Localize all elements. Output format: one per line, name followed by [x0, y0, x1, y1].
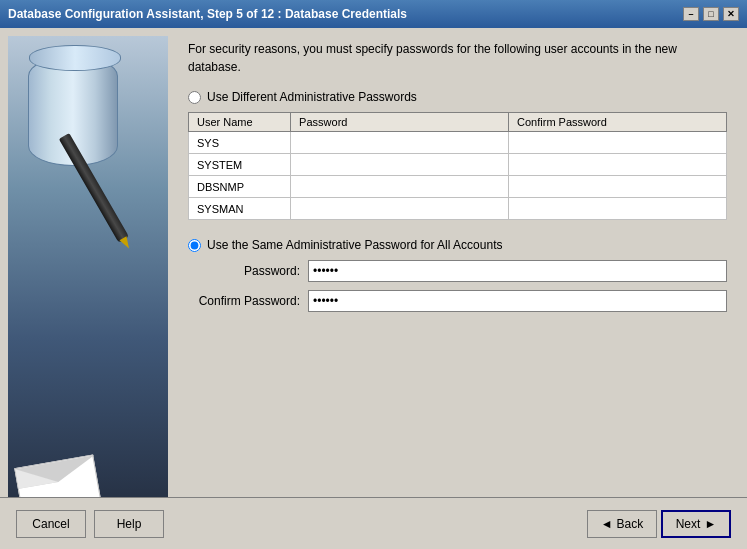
password-label: Password: — [188, 264, 308, 278]
different-passwords-option[interactable]: Use Different Administrative Passwords — [188, 90, 727, 104]
table-row: SYSTEM — [189, 154, 727, 176]
illustration-panel — [8, 36, 168, 541]
password-input[interactable] — [308, 260, 727, 282]
left-buttons: Cancel Help — [16, 510, 164, 538]
confirm-password-field-row: Confirm Password: — [188, 290, 727, 312]
password-dbsnmp[interactable] — [291, 176, 509, 198]
username-dbsnmp: DBSNMP — [189, 176, 291, 198]
confirm-dbsnmp-input[interactable] — [517, 181, 718, 193]
different-passwords-radio[interactable] — [188, 91, 201, 104]
title-bar: Database Configuration Assistant, Step 5… — [0, 0, 747, 28]
next-label: Next — [676, 517, 701, 531]
password-sysman-input[interactable] — [299, 203, 500, 215]
password-sys[interactable] — [291, 132, 509, 154]
illustration-image — [8, 36, 168, 541]
cancel-button[interactable]: Cancel — [16, 510, 86, 538]
username-sysman: SYSMAN — [189, 198, 291, 220]
content-panel: For security reasons, you must specify p… — [168, 28, 747, 549]
main-container: For security reasons, you must specify p… — [0, 28, 747, 549]
confirm-password-label: Confirm Password: — [188, 294, 308, 308]
confirm-sys-input[interactable] — [517, 137, 718, 149]
confirm-sys[interactable] — [509, 132, 727, 154]
next-arrow-icon: ► — [704, 517, 716, 531]
table-row: SYS — [189, 132, 727, 154]
back-button[interactable]: ◄ Back — [587, 510, 657, 538]
window-title: Database Configuration Assistant, Step 5… — [8, 7, 407, 21]
confirm-system-input[interactable] — [517, 159, 718, 171]
confirm-system[interactable] — [509, 154, 727, 176]
close-button[interactable]: ✕ — [723, 7, 739, 21]
same-password-label[interactable]: Use the Same Administrative Password for… — [207, 238, 502, 252]
username-system: SYSTEM — [189, 154, 291, 176]
col-header-confirm: Confirm Password — [509, 113, 727, 132]
confirm-sysman[interactable] — [509, 198, 727, 220]
table-row: SYSMAN — [189, 198, 727, 220]
different-passwords-label[interactable]: Use Different Administrative Passwords — [207, 90, 417, 104]
back-label: Back — [617, 517, 644, 531]
col-header-username: User Name — [189, 113, 291, 132]
same-password-option[interactable]: Use the Same Administrative Password for… — [188, 238, 727, 252]
minimize-button[interactable]: – — [683, 7, 699, 21]
confirm-dbsnmp[interactable] — [509, 176, 727, 198]
password-sysman[interactable] — [291, 198, 509, 220]
password-field-row: Password: — [188, 260, 727, 282]
description-text: For security reasons, you must specify p… — [188, 40, 727, 76]
col-header-password: Password — [291, 113, 509, 132]
username-sys: SYS — [189, 132, 291, 154]
password-sys-input[interactable] — [299, 137, 500, 149]
password-dbsnmp-input[interactable] — [299, 181, 500, 193]
same-password-radio[interactable] — [188, 239, 201, 252]
next-button[interactable]: Next ► — [661, 510, 731, 538]
password-system-input[interactable] — [299, 159, 500, 171]
password-system[interactable] — [291, 154, 509, 176]
window-controls: – □ ✕ — [683, 7, 739, 21]
right-buttons: ◄ Back Next ► — [587, 510, 731, 538]
same-password-section: Use the Same Administrative Password for… — [188, 238, 727, 320]
table-row: DBSNMP — [189, 176, 727, 198]
maximize-button[interactable]: □ — [703, 7, 719, 21]
help-button[interactable]: Help — [94, 510, 164, 538]
confirm-sysman-input[interactable] — [517, 203, 718, 215]
button-bar: Cancel Help ◄ Back Next ► — [0, 497, 747, 549]
credentials-table: User Name Password Confirm Password SYS … — [188, 112, 727, 220]
confirm-password-input[interactable] — [308, 290, 727, 312]
back-arrow-icon: ◄ — [601, 517, 613, 531]
